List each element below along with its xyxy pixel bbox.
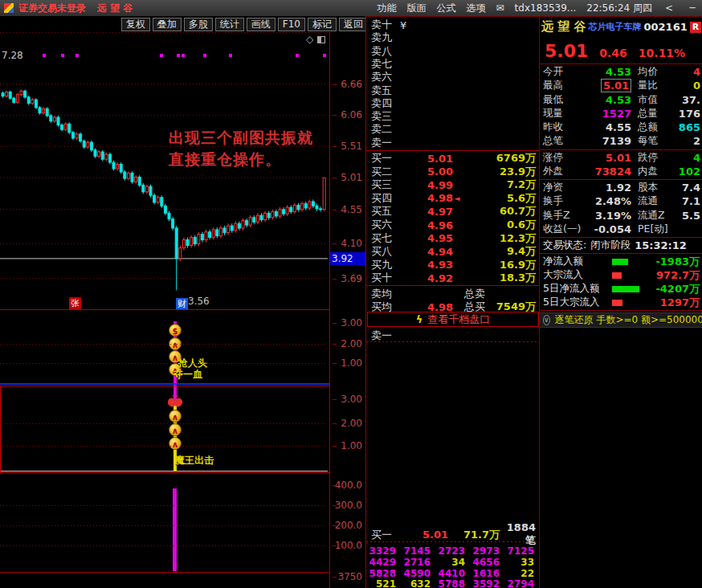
tick-grid-cell: 7125	[504, 545, 539, 557]
quote-label: 均价	[631, 65, 676, 79]
collapse-icon[interactable]: <	[663, 2, 675, 14]
order-book-panel: 卖十¥卖九卖八卖七卖六卖五卖四卖三卖二卖一 买一5.016769万买二5.002…	[365, 16, 540, 588]
buy-row-买一[interactable]: 买一5.016769万	[366, 152, 539, 165]
axis-tick	[333, 115, 337, 116]
axis-label: 6.06	[333, 109, 365, 120]
sell-row-卖二[interactable]: 卖二	[366, 123, 539, 136]
buy-row-买七[interactable]: 买七4.9512.3万	[366, 232, 539, 245]
axis-tick	[333, 505, 337, 506]
axis-tick	[333, 344, 337, 345]
tick-grid-row: 4429271634465633	[366, 557, 539, 568]
sell-row-卖十[interactable]: 卖十¥	[366, 18, 539, 31]
buy-row-买六[interactable]: 买六4.960.6万	[366, 218, 539, 231]
dotted-divider	[366, 541, 539, 542]
sell-level-label: 卖五	[371, 84, 400, 98]
price-summary: 5.01 0.46 10.11%	[545, 41, 685, 61]
sell-row-卖六[interactable]: 卖六	[366, 71, 539, 84]
buy-row-买八[interactable]: 买八4.949.4万	[366, 245, 539, 258]
axis-label: 200.0	[333, 520, 365, 531]
sell-row-卖一[interactable]: 卖一	[366, 137, 539, 149]
toolbar-button-复权[interactable]: 复权	[121, 18, 150, 31]
sell-row-卖八[interactable]: 卖八	[366, 45, 539, 58]
menu-banmian[interactable]: 版面	[407, 2, 427, 15]
diamond-icon[interactable]: ◇	[306, 34, 313, 45]
buy-price: 4.96	[400, 219, 453, 231]
quote-label: 昨收	[543, 120, 590, 134]
sell-row-卖五[interactable]: 卖五	[366, 84, 539, 97]
trade-status-row: 交易状态:闭市阶段15:32:12	[540, 239, 702, 252]
tick-grid-cell: 3592	[470, 578, 504, 588]
axis-label: 100.0	[333, 540, 365, 551]
quote-panel: 远 望 谷 芯片电子车牌 002161 R +自选 5.01 0.46 10.1…	[540, 16, 702, 588]
status-time: 15:32:12	[635, 239, 687, 251]
toolbar-button-标记[interactable]: 标记	[308, 18, 337, 31]
login-status[interactable]: 证券交易未登录	[18, 2, 86, 15]
menu-gongshi[interactable]: 公式	[437, 2, 456, 15]
sell-row-卖四[interactable]: 卖四	[366, 97, 539, 110]
price-marker-dot: ◄	[453, 194, 461, 202]
concept-tag[interactable]: 芯片电子车牌	[588, 21, 641, 33]
currency-mark: ¥	[400, 19, 429, 31]
chevron-down-icon: ∨	[543, 315, 550, 325]
menu-xuanxiang[interactable]: 选项	[467, 2, 486, 15]
tick-grid-row: 521632578835922794	[366, 578, 539, 588]
quote-label: 总额	[631, 120, 676, 134]
buy-row-买十[interactable]: 买十4.9218.3万	[366, 272, 539, 284]
menu-gongneng[interactable]: 功能	[378, 2, 397, 15]
view-full-queue-button[interactable]: ϟ 查看千档盘口	[367, 312, 539, 327]
title-stock-name: 远 望 谷	[97, 2, 133, 15]
tick-filter-text: 逐笔还原 手数>=0 额>=500000	[555, 313, 702, 327]
tick-grid-cell: 4590	[401, 568, 435, 579]
quote-label: 流通	[631, 194, 676, 208]
toolbar-button-F10[interactable]: F10	[278, 18, 305, 31]
toolbar-button-画线[interactable]: 画线	[247, 18, 275, 31]
quote-label: 股本	[631, 181, 676, 194]
buy-volume: 5.6万	[461, 191, 536, 206]
main-chart-pane[interactable]: 7.28 出现三个副图共振就 直接重仓操作。 ◇ 张 财 3.56 $ ∧ ∧ …	[0, 32, 329, 588]
tick-grid-cell: 521	[366, 578, 401, 588]
toolbar-button-叠加[interactable]: 叠加	[153, 18, 182, 31]
indicator-value: 7.28	[2, 50, 23, 61]
buy-volume: 18.3万	[461, 271, 536, 285]
split-window-icon[interactable]	[317, 36, 325, 43]
quote-label: 总量	[631, 107, 676, 120]
sell-row-卖三[interactable]: 卖三	[366, 110, 539, 123]
axis-tick	[333, 210, 337, 210]
sell-level-label: 卖四	[371, 96, 400, 111]
mail-icon[interactable]: ✉	[496, 2, 504, 14]
buy-level-label: 买六	[371, 218, 400, 232]
tick-grid-cell: 2794	[504, 578, 539, 588]
toolbar-button-统计[interactable]: 统计	[215, 18, 244, 31]
buy-level-label: 买三	[371, 178, 400, 192]
buy-level-label: 买四	[371, 191, 400, 206]
marker-badge-zhang[interactable]: 张	[69, 297, 81, 309]
buy-row-买五[interactable]: 买五4.9760.7万	[366, 205, 539, 218]
divider	[540, 237, 702, 238]
tick-filter-bar[interactable]: ∨逐笔还原 手数>=0 额>=500000	[540, 312, 702, 328]
stock-name[interactable]: 远 望 谷	[541, 19, 586, 35]
quote-label: 每笔	[631, 134, 676, 148]
buy-row-买二[interactable]: 买二5.0023.9万	[366, 165, 539, 178]
quote-value: 3.19%	[590, 210, 631, 222]
buy-row-买九[interactable]: 买九4.9316.9万	[366, 259, 539, 272]
toolbar-button-多股[interactable]: 多股	[184, 18, 213, 31]
sell-row-卖九[interactable]: 卖九	[366, 31, 539, 44]
marker-badge-cai[interactable]: 财	[176, 298, 188, 310]
quote-label: 净资	[543, 181, 590, 194]
sell-row-卖七[interactable]: 卖七	[366, 58, 539, 71]
buy-row-买四[interactable]: 买四4.98◄5.6万	[366, 192, 539, 205]
divider	[540, 63, 702, 64]
candlestick-canvas[interactable]	[0, 32, 328, 309]
selected-price-highlight: 3.92	[330, 252, 365, 265]
quote-label: 总笔	[543, 134, 590, 148]
stock-code: 002161	[643, 21, 687, 33]
sell-level-label: 卖九	[371, 31, 400, 45]
minimize-icon[interactable]: ─	[686, 2, 699, 14]
quote-row-收益(一): 收益(一)-0.054PE[动]	[540, 223, 702, 236]
session-id[interactable]: tdx183539...	[515, 2, 577, 14]
flow-value: -1983万	[631, 255, 700, 269]
toolbar-button-返回[interactable]: 返回	[339, 18, 368, 31]
buy-row-买三[interactable]: 买三4.997.2万	[366, 178, 539, 191]
sub-gridline	[0, 363, 328, 364]
quote-value: 5.01	[590, 152, 631, 164]
